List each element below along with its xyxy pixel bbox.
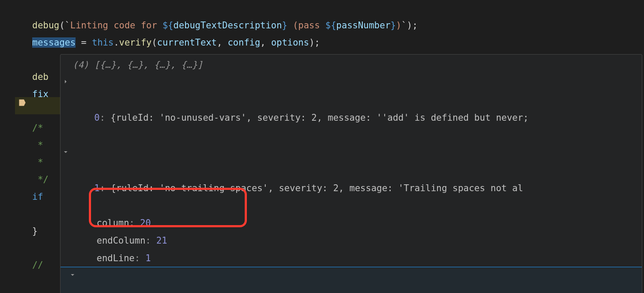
array-summary[interactable]: (4) [{…}, {…}, {…}, {…}] — [61, 56, 642, 74]
code-line-1: debug(`Linting code for ${debugTextDescr… — [32, 17, 644, 34]
breakpoint-icon[interactable] — [18, 98, 27, 107]
chevron-down-icon[interactable] — [69, 272, 76, 278]
prop-endLine[interactable]: endLine: 1 — [61, 250, 642, 267]
array-item-0[interactable]: 0: {ruleId: 'no-unused-vars', severity: … — [61, 74, 642, 144]
prop-endColumn[interactable]: endColumn: 21 — [61, 232, 642, 250]
prop-column[interactable]: column: 20 — [61, 214, 642, 232]
code-line-2: messages = this.verify(currentText, conf… — [32, 34, 644, 52]
array-item-1[interactable]: 1: {ruleId: 'no-trailing-spaces', severi… — [61, 144, 642, 215]
prop-fix[interactable]: fix: {range: Array(2), text: ''} — [60, 267, 642, 293]
chevron-down-icon[interactable] — [62, 149, 69, 156]
debug-inspector-popup[interactable]: (4) [{…}, {…}, {…}, {…}] 0: {ruleId: 'no… — [60, 54, 642, 293]
chevron-right-icon[interactable] — [62, 78, 69, 85]
